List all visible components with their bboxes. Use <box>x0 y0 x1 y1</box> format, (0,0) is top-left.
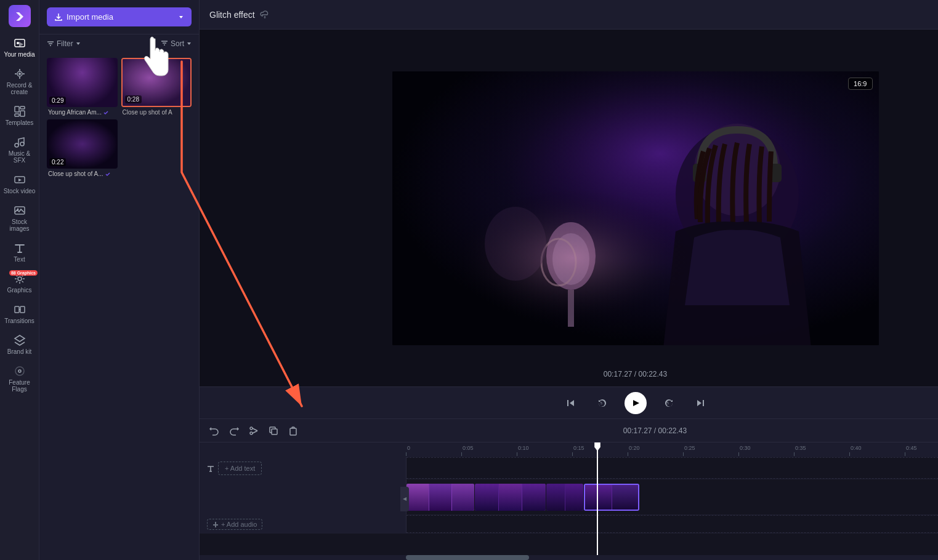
sidebar-item-label: Stock video <box>4 188 36 194</box>
video-preview: 16:9 <box>392 71 879 345</box>
import-media-label: Import media <box>67 12 113 22</box>
filter-button[interactable]: Filter <box>47 39 81 48</box>
media-panel: Import media Filter Sort 0:29 Young Afri… <box>39 0 200 560</box>
svg-point-21 <box>18 370 21 372</box>
rewind-5s-button[interactable]: 5 <box>592 393 612 413</box>
sidebar-item-graphics[interactable]: Graphics 88 Graphics <box>0 268 39 298</box>
svg-rect-9 <box>15 106 19 112</box>
sidebar-item-label: Templates <box>6 119 34 126</box>
filter-label: Filter <box>57 39 73 48</box>
sidebar-item-stock-video[interactable]: Stock video <box>0 169 39 199</box>
svg-point-38 <box>250 432 253 434</box>
timeline-scrollbar[interactable] <box>200 555 938 560</box>
app-logo <box>9 5 31 27</box>
video-clip-4[interactable] <box>584 484 639 511</box>
top-bar: Glitch effect Export <box>200 0 938 30</box>
add-audio-button[interactable]: + Add audio <box>207 519 262 530</box>
svg-point-13 <box>15 143 18 147</box>
svg-point-39 <box>250 427 253 430</box>
sidebar-item-music[interactable]: Music & SFX <box>0 131 39 169</box>
sidebar-item-feature-flags[interactable]: Feature Flags <box>0 360 39 398</box>
svg-rect-5 <box>19 69 20 71</box>
timeline-ruler: 0 0:05 0:10 <box>200 442 938 457</box>
cut-button[interactable] <box>246 423 261 438</box>
sidebar-item-stock-images[interactable]: Stock images <box>0 199 39 237</box>
sidebar-item-label: Graphics <box>7 287 31 294</box>
media-controls: Filter Sort <box>39 34 199 53</box>
timeline-tools <box>207 423 301 438</box>
timeline-toolbar: 00:17.27 / 00:22.43 <box>200 419 938 442</box>
duration-badge: 0:29 <box>49 97 66 105</box>
preview-area: 16:9 <box>200 30 938 386</box>
sidebar-item-label: Record & create <box>2 82 36 95</box>
sidebar-item-transitions[interactable]: Transitions <box>0 298 39 329</box>
media-item-1[interactable]: 0:29 Young African Am... <box>47 58 118 116</box>
add-text-button[interactable]: + Add text <box>218 462 262 475</box>
sort-label: Sort <box>171 39 184 48</box>
video-clip-1[interactable] <box>406 484 474 511</box>
skip-to-end-button[interactable] <box>691 393 711 413</box>
svg-point-4 <box>18 73 21 75</box>
forward-5s-button[interactable]: 5 <box>659 393 679 413</box>
timeline-area: 00:17.27 / 00:22.43 <box>200 418 938 560</box>
sidebar-item-templates[interactable]: Templates <box>0 100 39 131</box>
svg-rect-10 <box>20 106 25 109</box>
sidebar-item-label: Brand kit <box>7 348 31 355</box>
media-panel-header: Import media <box>39 0 199 34</box>
svg-rect-19 <box>15 306 19 313</box>
text-track-icon <box>207 465 214 472</box>
svg-rect-6 <box>19 77 20 79</box>
time-display: 00:17.27 / 00:22.43 <box>604 370 667 378</box>
video-clip-2[interactable] <box>475 484 546 511</box>
svg-point-2 <box>17 42 19 44</box>
video-clip-3[interactable] <box>546 484 583 511</box>
undo-button[interactable] <box>207 423 222 438</box>
timeline-section: 0 0:05 0:10 <box>200 442 938 555</box>
collapse-panel-button[interactable]: ◀ <box>400 487 409 511</box>
paste-button[interactable] <box>286 423 301 438</box>
timeline-scroll-thumb[interactable] <box>406 555 529 560</box>
duration-badge: 0:28 <box>125 95 142 103</box>
sidebar-item-text[interactable]: Text <box>0 237 39 268</box>
cloud-save-icon <box>260 10 270 20</box>
svg-rect-12 <box>15 114 19 116</box>
sidebar-item-your-media[interactable]: Your media <box>0 32 39 63</box>
video-track-row <box>200 479 938 515</box>
media-item-label: Close up shot of A... <box>48 170 103 177</box>
import-media-button[interactable]: Import media <box>47 7 192 26</box>
main-area: Glitch effect Export <box>200 0 938 560</box>
redo-button[interactable] <box>227 423 241 438</box>
svg-rect-20 <box>20 306 25 313</box>
add-audio-label: + Add audio <box>221 521 257 528</box>
text-track-row: + Add text <box>200 457 938 479</box>
svg-point-14 <box>20 142 24 146</box>
graphics-badge: 88 Graphics <box>9 270 38 276</box>
sidebar-item-label: Text <box>14 256 25 263</box>
playhead <box>597 442 598 555</box>
sidebar-item-label: Music & SFX <box>2 150 36 164</box>
svg-rect-35 <box>392 71 879 345</box>
sort-button[interactable]: Sort <box>161 39 192 48</box>
media-item-3[interactable]: 0:22 Close up shot of A... <box>47 119 118 177</box>
sidebar-item-label: Feature Flags <box>2 379 36 393</box>
svg-point-18 <box>18 277 22 281</box>
svg-rect-41 <box>290 428 296 435</box>
project-name-area: Glitch effect <box>209 10 270 20</box>
sidebar-item-label: Your media <box>4 51 34 58</box>
sidebar-item-label: Stock images <box>2 218 36 232</box>
svg-text:5: 5 <box>667 401 669 405</box>
play-pause-button[interactable] <box>625 392 647 414</box>
timeline-time-display: 00:17.27 / 00:22.43 <box>623 426 687 435</box>
skip-to-start-button[interactable] <box>560 393 580 413</box>
sidebar-item-record[interactable]: Record & create <box>0 63 39 100</box>
duration-badge: 0:22 <box>49 158 66 166</box>
svg-rect-40 <box>272 429 277 434</box>
svg-rect-8 <box>23 73 25 74</box>
media-item-2[interactable]: 0:28 Close up shot of A <box>121 58 192 116</box>
add-text-label: + Add text <box>225 465 255 472</box>
copy-button[interactable] <box>266 423 281 438</box>
sidebar-item-brand-kit[interactable]: Brand kit <box>0 329 39 360</box>
audio-track-row: + Add audio <box>200 515 938 534</box>
aspect-ratio-badge: 16:9 <box>848 78 872 90</box>
media-item-label: Close up shot of A <box>123 109 172 116</box>
